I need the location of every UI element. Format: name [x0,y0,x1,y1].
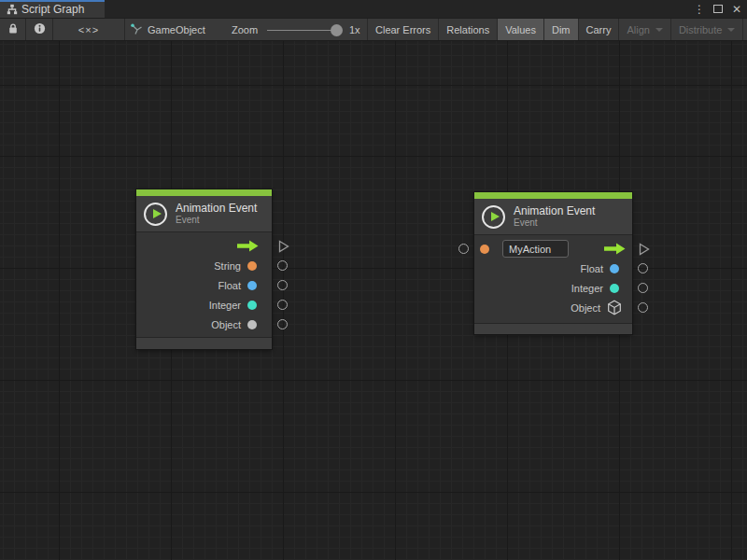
window-controls: ⋮ ✕ [693,0,743,18]
maximize-icon[interactable] [712,3,725,16]
graph-toolbar: <×> GameObject Zoom 1x Clear Errors Rela [0,18,747,41]
lock-button[interactable] [0,19,25,40]
script-graph-window: Script Graph ⋮ ✕ [0,0,747,560]
code-icon: <×> [78,24,99,35]
output-row-object: Object [474,298,632,317]
string-input-dot [480,245,489,254]
object-output-port[interactable] [638,302,648,313]
gameobject-label: GameObject [148,24,205,35]
relations-button[interactable]: Relations [438,19,497,40]
dim-button[interactable]: Dim [543,19,578,40]
float-port-dot [247,281,257,290]
node-title: Animation Event [514,204,595,217]
animation-event-node-1[interactable]: Animation Event Event String [136,189,272,349]
flow-arrow-icon[interactable] [237,240,259,252]
tab-title: Script Graph [21,3,84,16]
carry-button[interactable]: Carry [578,19,619,40]
output-row-string: String [136,256,272,275]
align-button[interactable]: Align [618,19,669,40]
chevron-down-icon [727,28,735,32]
object-port-dot [247,320,257,329]
cube-icon [607,300,622,315]
node-subtitle: Event [176,215,257,226]
node-title: Animation Event [176,202,257,215]
event-name-input[interactable] [502,240,569,258]
output-row-object: Object [136,315,272,334]
flow-output-port[interactable] [278,240,289,257]
more-icon[interactable]: ⋮ [693,3,706,16]
info-icon [34,21,46,38]
animation-event-node-2[interactable]: Animation Event Event [474,192,632,334]
toolbar-buttons: Clear Errors Relations Values Dim Carry … [367,19,747,40]
float-port-dot [610,264,619,273]
node-header[interactable]: Animation Event Event [474,199,632,235]
gameobject-icon [131,23,143,35]
integer-port-dot [610,284,619,293]
tab-bar: Script Graph ⋮ ✕ [0,0,747,18]
node-body: String Float Integer Object [136,232,272,337]
name-input-and-flow-row [474,239,632,259]
node-accent-bar [136,189,272,196]
output-row-integer: Integer [136,295,272,315]
integer-output-port[interactable] [277,300,288,310]
string-output-port[interactable] [277,260,288,271]
node-accent-bar [474,192,632,199]
zoom-value-wrap: 1x [349,19,360,40]
flow-arrow-icon[interactable] [604,243,626,255]
output-row-integer: Integer [474,278,632,298]
close-icon[interactable]: ✕ [730,3,743,16]
tab-script-graph[interactable]: Script Graph [0,0,105,18]
float-output-port[interactable] [277,280,288,290]
float-output-port[interactable] [638,263,648,273]
distribute-button[interactable]: Distribute [670,19,742,40]
flow-output-port[interactable] [639,243,650,259]
tab-active-accent [0,0,105,2]
edit-code-button[interactable]: <×> [53,19,124,40]
flow-output-row [136,236,272,256]
chevron-down-icon [655,28,663,32]
event-play-icon [144,203,167,226]
node-subtitle: Event [514,217,595,229]
object-output-port[interactable] [277,319,288,329]
zoom-value: 1x [349,24,360,35]
output-row-float: Float [136,275,272,295]
string-port-dot [247,261,257,271]
node-footer [474,323,632,334]
lock-icon [7,21,19,38]
name-input-port[interactable] [458,244,469,254]
clear-errors-button[interactable]: Clear Errors [367,19,438,40]
output-row-float: Float [474,259,632,278]
zoom-label: Zoom [232,24,258,35]
node-footer [136,337,272,349]
overview-button[interactable]: Overview [742,19,747,40]
graph-icon [7,4,18,15]
node-body: Float Integer Object [474,235,632,323]
graph-canvas[interactable]: Animation Event Event String [0,41,747,560]
event-play-icon [482,205,505,229]
node-header[interactable]: Animation Event Event [136,196,272,232]
zoom-control: Zoom [232,19,258,40]
graph-owner[interactable]: GameObject [131,19,205,40]
inspect-button[interactable] [26,19,52,40]
zoom-slider-handle[interactable] [331,24,343,36]
integer-output-port[interactable] [638,283,648,293]
values-button[interactable]: Values [497,19,543,40]
integer-port-dot [247,301,257,310]
